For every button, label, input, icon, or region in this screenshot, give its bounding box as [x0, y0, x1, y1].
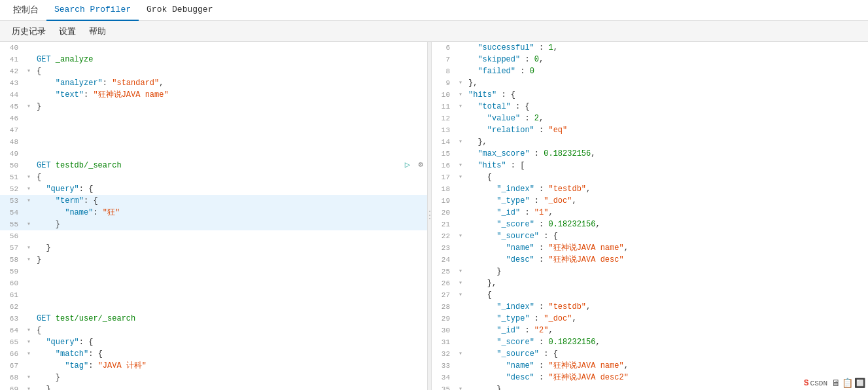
editor-line-56: 56 [0, 230, 431, 242]
editor-line-62: 62 [0, 301, 431, 313]
output-line-13: 13 "relation" : "eq" [432, 124, 868, 136]
main-content: 40 41 GET _analyze 42 ▾ { 43 "analyzer": [0, 42, 868, 390]
output-line-31: 31 "_score" : 0.18232156, [432, 336, 868, 348]
editor-line-40: 40 [0, 42, 431, 54]
editor-line-42: 42 ▾ { [0, 65, 431, 77]
output-line-7: 7 "skipped" : 0, [432, 54, 868, 65]
nav-item-search-profiler[interactable]: Search Profiler [46, 0, 139, 21]
resize-handle[interactable]: ⋮ [427, 42, 431, 390]
output-line-30: 30 "_id" : "2", [432, 325, 868, 336]
output-line-23: 23 "name" : "狂神说JAVA name", [432, 242, 868, 254]
top-navigation: 控制台 Search Profiler Grok Debugger [0, 0, 868, 21]
editor-line-60: 60 [0, 277, 431, 289]
editor-line-48: 48 [0, 136, 431, 148]
editor-line-45: 45 ▾ } [0, 101, 431, 113]
output-line-19: 19 "_type" : "_doc", [432, 195, 868, 207]
output-line-33: 33 "name" : "狂神说JAVA name", [432, 360, 868, 372]
editor-line-41: 41 GET _analyze [0, 54, 431, 65]
second-navigation: 历史记录 设置 帮助 [0, 21, 868, 42]
output-panel: 6 "successful" : 1, 7 "skipped" : 0, 8 "… [432, 42, 868, 390]
output-line-21: 21 "_score" : 0.18232156, [432, 219, 868, 230]
editor-line-55: 55 ▾ } [0, 219, 431, 230]
editor-line-63: 63 GET test/user/_search [0, 313, 431, 325]
editor-line-57: 57 ▾ } [0, 242, 431, 254]
editor-line-66: 66 ▾ "match": { [0, 348, 431, 360]
editor-line-53: 53 ▾ "term": { [0, 195, 431, 207]
output-line-12: 12 "value" : 2, [432, 113, 868, 124]
output-line-29: 29 "_type" : "_doc", [432, 313, 868, 325]
output-line-17: 17 ▾ { [432, 171, 868, 183]
editor-line-46: 46 [0, 113, 431, 124]
output-line-6: 6 "successful" : 1, [432, 42, 868, 54]
editor-panel: 40 41 GET _analyze 42 ▾ { 43 "analyzer": [0, 42, 432, 390]
output-line-14: 14 ▾ }, [432, 136, 868, 148]
nav-item-console[interactable]: 控制台 [5, 0, 46, 21]
output-line-20: 20 "_id" : "1", [432, 207, 868, 219]
output-line-26: 26 ▾ }, [432, 277, 868, 289]
editor-line-54: 54 "name": "狂" [0, 207, 431, 219]
output-line-32: 32 ▾ "_source" : { [432, 348, 868, 360]
editor-line-47: 47 [0, 124, 431, 136]
output-line-11: 11 ▾ "total" : { [432, 101, 868, 113]
output-line-8: 8 "failed" : 0 [432, 65, 868, 77]
nav-settings[interactable]: 设置 [52, 21, 82, 42]
nav-help[interactable]: 帮助 [82, 21, 113, 42]
output-line-28: 28 "_index" : "testdb", [432, 301, 868, 313]
output-line-22: 22 ▾ "_source" : { [432, 230, 868, 242]
editor-line-65: 65 ▾ "query": { [0, 336, 431, 348]
editor-line-67: 67 "tag": "JAVA 计科" [0, 360, 431, 372]
output-line-27: 27 ▾ { [432, 289, 868, 301]
editor-line-58: 58 ▾ } [0, 254, 431, 266]
editor-line-49: 49 [0, 148, 431, 160]
nav-history[interactable]: 历史记录 [5, 21, 52, 42]
editor-line-50: 50 GET testdb/_search ▷ ⚙ [0, 160, 431, 171]
output-line-25: 25 ▾ } [432, 266, 868, 277]
run-icon[interactable]: ▷ [402, 160, 413, 170]
output-line-16: 16 ▾ "hits" : [ [432, 160, 868, 171]
output-line-10: 10 ▾ "hits" : { [432, 89, 868, 101]
editor-line-43: 43 "analyzer": "standard", [0, 77, 431, 89]
output-line-18: 18 "_index" : "testdb", [432, 183, 868, 195]
editor-line-61: 61 [0, 289, 431, 301]
editor-line-52: 52 ▾ "query": { [0, 183, 431, 195]
editor-line-69: 69 ▾ } [0, 383, 431, 390]
editor-line-68: 68 ▾ } [0, 372, 431, 383]
output-line-9: 9 ▾ }, [432, 77, 868, 89]
editor-line-64: 64 ▾ { [0, 325, 431, 336]
output-line-24: 24 "desc" : "狂神说JAVA desc" [432, 254, 868, 266]
editor-line-44: 44 "text": "狂神说JAVA name" [0, 89, 431, 101]
editor-line-51: 51 ▾ { [0, 171, 431, 183]
nav-item-grok-debugger[interactable]: Grok Debugger [139, 0, 220, 21]
editor-content[interactable]: 40 41 GET _analyze 42 ▾ { 43 "analyzer": [0, 42, 431, 390]
wrench-icon[interactable]: ⚙ [415, 160, 426, 170]
editor-line-59: 59 [0, 266, 431, 277]
watermark: S CSDN 🖥 📋 🔲 [801, 376, 868, 390]
output-line-15: 15 "max_score" : 0.18232156, [432, 148, 868, 160]
output-content[interactable]: 6 "successful" : 1, 7 "skipped" : 0, 8 "… [432, 42, 868, 390]
